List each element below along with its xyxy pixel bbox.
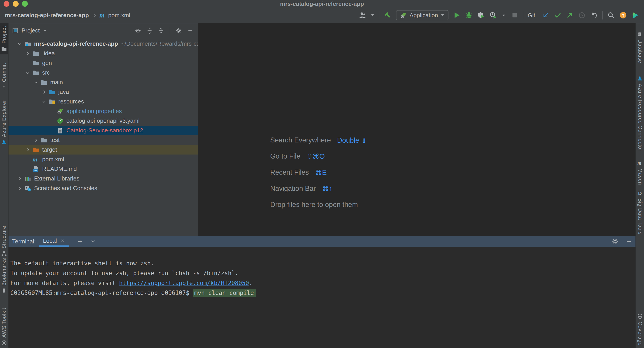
svg-text:m: m <box>32 156 38 163</box>
tree-item-test[interactable]: test <box>8 135 198 145</box>
user-dropdown-caret-icon[interactable] <box>371 14 374 16</box>
tree-item-java[interactable]: java <box>8 87 198 97</box>
git-update-icon[interactable] <box>542 11 549 19</box>
code-with-me-icon[interactable] <box>632 11 639 19</box>
stripe-item-project[interactable]: Project <box>0 23 8 54</box>
chevron-right-icon[interactable] <box>40 89 48 95</box>
profiler-icon[interactable] <box>489 11 497 19</box>
tree-item-src[interactable]: src <box>8 68 198 77</box>
navigation-toolbar: mrs-catalog-api-reference-app m pom.xml … <box>0 7 644 23</box>
project-panel-header: Project <box>8 23 198 38</box>
chevron-right-icon[interactable] <box>15 176 24 181</box>
expand-all-icon[interactable] <box>146 27 153 34</box>
collapse-all-icon[interactable] <box>158 27 164 34</box>
tree-item-path: ~/Documents/Rewards/mrs-catalog-api-refe… <box>121 40 198 47</box>
terminal-output[interactable]: The default interactive shell is now zsh… <box>8 247 636 348</box>
terminal-link[interactable]: https://support.apple.com/kb/HT208050 <box>119 280 249 286</box>
editor-area[interactable]: Search EverywhereDouble ⇧Go to File⇧⌘ORe… <box>198 23 636 236</box>
rollback-icon[interactable] <box>590 11 598 19</box>
tree-item-catalog-api-openapi-v3-yaml[interactable]: catalog-api-openapi-v3.yaml <box>8 116 198 126</box>
run-with-coverage-icon[interactable] <box>477 11 485 19</box>
stripe-item-commit[interactable]: Commit <box>0 63 8 90</box>
chevron-right-icon[interactable] <box>23 147 32 153</box>
stripe-item-bookmarks[interactable]: Bookmarks <box>0 258 8 294</box>
caret-sm-icon[interactable] <box>502 13 506 18</box>
stop-icon[interactable] <box>511 11 518 19</box>
workspace: ProjectCommitAzure ExplorerStructureBook… <box>0 23 644 348</box>
stripe-item-maven[interactable]: mMaven <box>636 160 644 185</box>
stripe-item-label: Azure Explorer <box>1 100 7 137</box>
spring-boot-icon <box>400 12 407 18</box>
update-available-icon[interactable] <box>619 11 627 19</box>
tree-item-resources[interactable]: resources <box>8 97 198 106</box>
stripe-item-database[interactable]: Database <box>636 31 644 63</box>
breadcrumb-project[interactable]: mrs-catalog-api-reference-app <box>5 12 89 19</box>
tree-item-readme-md[interactable]: MDREADME.md <box>8 164 198 174</box>
chevron-spacer <box>23 166 32 172</box>
project-tool-window: Project mrs-catalog-api-reference-app~/D… <box>8 23 198 236</box>
chevron-right-icon[interactable] <box>32 137 40 143</box>
terminal-tab-label: Local <box>43 237 57 244</box>
breadcrumb-file[interactable]: pom.xml <box>108 12 130 19</box>
stripe-item-aws-toolkit[interactable]: AWS Toolkit <box>0 308 8 348</box>
tree-item-pom-xml[interactable]: mpom.xml <box>8 155 198 164</box>
run-config-caret-icon <box>441 14 444 16</box>
project-panel-title[interactable]: Project <box>22 27 40 34</box>
git-commit-check-icon[interactable] <box>554 11 562 19</box>
tree-item-external-libraries[interactable]: External Libraries <box>8 174 198 183</box>
stripe-item-azure-resource-connector[interactable]: Azure Resource Connector <box>636 76 644 151</box>
history-icon[interactable] <box>578 11 586 19</box>
run-configuration-select[interactable]: Application <box>396 10 448 20</box>
chevron-right-icon[interactable] <box>15 185 24 191</box>
structure-icon <box>1 251 7 257</box>
stripe-item-label: Database <box>637 39 643 63</box>
breadcrumb: mrs-catalog-api-reference-app m pom.xml <box>5 11 130 19</box>
tree-item-mrs-catalog-api-reference-app[interactable]: mrs-catalog-api-reference-app~/Documents… <box>8 39 198 49</box>
tree-item-catalog-service-sandbox-p12[interactable]: Catalog-Service-sandbox.p12 <box>8 126 198 135</box>
tree-item-target[interactable]: target <box>8 145 198 155</box>
stripe-item-azure-explorer[interactable]: Azure Explorer <box>0 100 8 145</box>
project-view-caret-icon[interactable] <box>44 30 46 31</box>
terminal-text: For more details, please visit <box>10 280 119 286</box>
settings-gear-icon[interactable] <box>176 27 182 34</box>
chevron-down-icon[interactable] <box>40 99 48 105</box>
user-icon[interactable] <box>359 11 366 19</box>
chevron-down-icon[interactable] <box>15 41 24 47</box>
hide-icon[interactable] <box>187 27 194 34</box>
terminal-line: For more details, please visit https://s… <box>10 278 636 288</box>
git-push-icon[interactable] <box>566 11 574 19</box>
chevron-down-icon[interactable] <box>32 79 40 85</box>
run-icon[interactable] <box>453 11 460 19</box>
terminal-settings-gear-icon[interactable] <box>612 238 618 245</box>
chevron-right-icon[interactable] <box>23 51 32 56</box>
tree-item-application-properties[interactable]: application.properties <box>8 106 198 116</box>
chevron-down-icon[interactable] <box>23 70 32 76</box>
stripe-item-big-data-tools[interactable]: DBig Data Tools <box>636 190 644 235</box>
tree-item-gen[interactable]: gen <box>8 58 198 68</box>
terminal-tab-list-icon[interactable] <box>90 238 96 244</box>
maven-m-icon: m <box>32 156 40 163</box>
build-hammer-icon[interactable] <box>384 11 392 19</box>
shortcut-label: Search Everywhere <box>270 136 331 144</box>
tree-item-scratches-and-consoles[interactable]: Scratches and Consoles <box>8 183 198 193</box>
right-tool-stripe: DatabaseAzure Resource ConnectormMavenDB… <box>636 23 644 348</box>
tree-item-idea[interactable]: .idea <box>8 49 198 58</box>
close-window-icon[interactable] <box>4 1 10 7</box>
stripe-item-coverage[interactable]: Coverage <box>636 314 644 348</box>
close-tab-icon[interactable] <box>60 238 65 243</box>
search-icon[interactable] <box>607 11 615 19</box>
toolbar-divider <box>602 11 603 19</box>
chevron-spacer <box>23 157 32 162</box>
minimize-window-icon[interactable] <box>13 1 18 7</box>
zoom-window-icon[interactable] <box>22 1 28 7</box>
new-terminal-tab-icon[interactable] <box>77 238 83 244</box>
debug-icon[interactable] <box>465 11 473 19</box>
shortcut-keys: ⌘↑ <box>322 184 332 193</box>
select-opened-file-icon[interactable] <box>135 27 141 34</box>
bigdata-icon: D <box>637 190 643 196</box>
terminal-hide-icon[interactable] <box>626 238 632 245</box>
terminal-text: C02G5607ML85:mrs-catalog-api-reference-a… <box>10 290 193 296</box>
terminal-tab-local[interactable]: Local <box>39 236 69 247</box>
tree-item-main[interactable]: main <box>8 77 198 87</box>
stripe-item-structure[interactable]: Structure <box>0 226 8 257</box>
